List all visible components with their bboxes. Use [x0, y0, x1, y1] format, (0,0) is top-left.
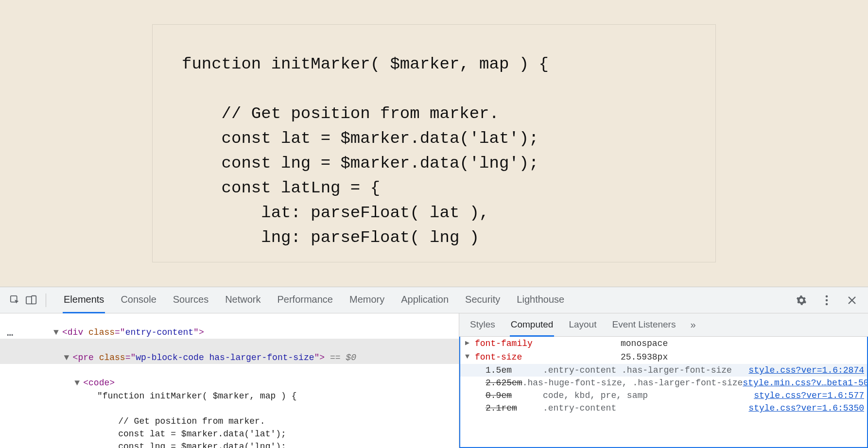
- computed-prop-value: 25.5938px: [621, 351, 668, 363]
- trace-selector: .entry-content: [543, 402, 616, 414]
- computed-prop-row[interactable]: ▼ font-size 25.5938px: [460, 350, 867, 364]
- subtab-computed[interactable]: Computed: [510, 314, 555, 337]
- tab-application[interactable]: Application: [400, 288, 450, 313]
- computed-prop-row[interactable]: ▶ font-family monospace: [460, 337, 867, 350]
- svg-point-4: [826, 299, 828, 301]
- settings-icon[interactable]: [793, 292, 810, 309]
- styles-sidebar: Styles Computed Layout Event Listeners »…: [459, 313, 868, 448]
- trace-source-link[interactable]: style.css?ver=1.6:5350: [748, 402, 867, 414]
- devtools-tabs-header: Elements Console Sources Network Perform…: [0, 287, 868, 313]
- svg-rect-2: [32, 295, 36, 304]
- trace-source-link[interactable]: style.min.css?v…beta1-50231:11: [743, 377, 868, 389]
- devtools-panel: Elements Console Sources Network Perform…: [0, 287, 868, 448]
- dom-tag-pre: pre: [78, 353, 93, 362]
- subtab-layout[interactable]: Layout: [568, 314, 597, 337]
- computed-prop-name: font-family: [475, 337, 621, 350]
- trace-value: 0.9em: [486, 391, 512, 400]
- breadcrumb-more-icon[interactable]: ⋯: [7, 328, 14, 344]
- dom-selected-node[interactable]: ▼<pre class="wp-block-code has-larger-fo…: [0, 339, 459, 364]
- collapse-toggle-icon[interactable]: ▼: [465, 352, 475, 362]
- subtab-more-icon[interactable]: »: [690, 319, 695, 330]
- trace-value: 2.625em: [486, 378, 522, 388]
- device-toolbar-icon[interactable]: [23, 292, 40, 309]
- collapse-toggle-icon[interactable]: ▼: [64, 351, 73, 364]
- computed-trace-row[interactable]: 2.625em .has-huge-font-size, .has-larger…: [460, 377, 867, 389]
- trace-value: 2.1rem: [486, 403, 517, 413]
- page-preview: function initMarker( $marker, map ) { //…: [0, 0, 868, 287]
- divider: [46, 293, 46, 307]
- computed-trace-row[interactable]: 2.1rem .entry-content style.css?ver=1.6:…: [460, 402, 867, 414]
- subtab-styles[interactable]: Styles: [469, 314, 496, 337]
- tab-memory[interactable]: Memory: [348, 288, 385, 313]
- trace-selector: .entry-content .has-larger-font-size: [543, 364, 732, 377]
- subtab-event-listeners[interactable]: Event Listeners: [611, 314, 677, 337]
- trace-source-link[interactable]: style.css?ver=1.6:2874: [748, 364, 867, 377]
- computed-trace-row[interactable]: 1.5em .entry-content .has-larger-font-si…: [460, 364, 867, 377]
- computed-styles-list[interactable]: ▶ font-family monospace ▼ font-size 25.5…: [459, 337, 868, 448]
- dom-tag-div: div: [68, 327, 83, 337]
- close-icon[interactable]: [844, 292, 860, 309]
- trace-selector: .has-huge-font-size, .has-larger-font-si…: [522, 377, 743, 389]
- expand-toggle-icon[interactable]: ▶: [465, 338, 475, 349]
- tab-console[interactable]: Console: [120, 288, 157, 313]
- tab-security[interactable]: Security: [464, 288, 501, 313]
- collapse-toggle-icon[interactable]: ▼: [74, 377, 83, 389]
- tab-performance[interactable]: Performance: [277, 288, 334, 313]
- trace-selector: code, kbd, pre, samp: [543, 389, 648, 402]
- svg-point-3: [826, 295, 828, 297]
- code-block-preview: function initMarker( $marker, map ) { //…: [152, 24, 716, 262]
- styles-subtabs: Styles Computed Layout Event Listeners »: [459, 313, 868, 337]
- svg-point-5: [826, 303, 828, 305]
- trace-value: 1.5em: [486, 365, 512, 375]
- computed-prop-name: font-size: [475, 351, 621, 363]
- elements-dom-tree[interactable]: ⋯ ▼<div class="entry-content"> ▼<pre cla…: [0, 313, 459, 448]
- inspect-element-icon[interactable]: [7, 292, 23, 309]
- trace-source-link[interactable]: style.css?ver=1.6:577: [754, 389, 867, 402]
- tab-sources[interactable]: Sources: [172, 288, 209, 313]
- computed-trace-row[interactable]: 0.9em code, kbd, pre, samp style.css?ver…: [460, 389, 867, 402]
- dom-text-content: "function initMarker( $marker, map ) { /…: [0, 390, 459, 448]
- dom-tag-code: code: [88, 378, 109, 388]
- tab-lighthouse[interactable]: Lighthouse: [516, 288, 565, 313]
- devtools-main-tabs: Elements Console Sources Network Perform…: [63, 287, 565, 313]
- tab-network[interactable]: Network: [224, 288, 261, 313]
- tab-elements[interactable]: Elements: [63, 288, 105, 313]
- kebab-menu-icon[interactable]: [818, 292, 835, 309]
- selected-node-indicator: == $0: [330, 353, 356, 362]
- computed-prop-value: monospace: [621, 337, 668, 350]
- collapse-toggle-icon[interactable]: ▼: [53, 326, 62, 339]
